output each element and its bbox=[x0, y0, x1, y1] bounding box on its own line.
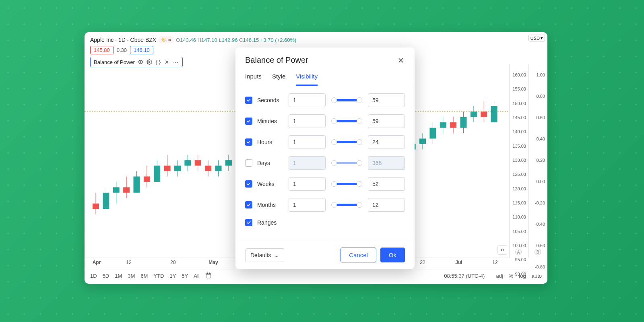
indicator-tick: 0.80 bbox=[537, 94, 545, 99]
row-label: Seconds bbox=[257, 97, 284, 103]
svg-rect-30 bbox=[225, 160, 232, 165]
svg-rect-18 bbox=[164, 166, 171, 171]
checkbox-seconds[interactable] bbox=[245, 97, 252, 104]
price-tick: 110.00 bbox=[512, 215, 526, 219]
time-tick: Jul bbox=[455, 260, 462, 265]
cancel-button[interactable]: Cancel bbox=[341, 248, 376, 262]
defaults-dropdown[interactable]: Defaults ⌄ bbox=[245, 248, 284, 262]
tab-inputs[interactable]: Inputs bbox=[245, 69, 262, 86]
svg-rect-8 bbox=[113, 187, 120, 192]
range-5d[interactable]: 5D bbox=[103, 273, 109, 279]
tab-visibility[interactable]: Visibility bbox=[296, 69, 318, 86]
checkbox-ranges[interactable] bbox=[245, 219, 252, 226]
indicator-axis[interactable]: 1.000.800.600.400.200.00-0.20-0.40-0.60-… bbox=[528, 64, 547, 258]
currency-select[interactable]: USD▾ bbox=[528, 35, 545, 41]
range-1m[interactable]: 1M bbox=[115, 273, 122, 279]
visibility-row-minutes: Minutes bbox=[245, 114, 405, 128]
range-ytd[interactable]: YTD bbox=[153, 273, 164, 279]
gear-icon[interactable] bbox=[146, 59, 153, 65]
to-input-seconds[interactable] bbox=[368, 93, 405, 107]
price-tick: 135.00 bbox=[512, 144, 526, 149]
range-6m[interactable]: 6M bbox=[140, 273, 148, 279]
time-tick: 12 bbox=[492, 260, 497, 265]
price-tick: 130.00 bbox=[512, 158, 526, 163]
svg-rect-20 bbox=[174, 166, 181, 171]
range-slider-days bbox=[333, 162, 361, 164]
checkbox-hours[interactable] bbox=[245, 138, 252, 146]
code-icon[interactable]: { } bbox=[155, 59, 161, 65]
clock-display[interactable]: 08:55:37 (UTC-4) bbox=[444, 273, 485, 279]
svg-rect-24 bbox=[195, 160, 201, 165]
indicator-tick: -0.60 bbox=[535, 243, 545, 248]
row-label: Hours bbox=[257, 139, 284, 145]
range-1y[interactable]: 1Y bbox=[169, 273, 176, 279]
dialog-close-button[interactable] bbox=[397, 56, 405, 64]
tab-style[interactable]: Style bbox=[272, 69, 285, 86]
price-tick: 140.00 bbox=[512, 129, 526, 134]
visibility-row-ranges: Ranges bbox=[245, 219, 405, 226]
chevron-down-icon: ▾ bbox=[541, 35, 543, 41]
from-input-weeks[interactable] bbox=[289, 177, 326, 191]
svg-rect-72 bbox=[440, 122, 446, 128]
range-slider-weeks[interactable] bbox=[333, 183, 361, 185]
svg-rect-83 bbox=[206, 273, 211, 278]
opt-log[interactable]: log bbox=[519, 273, 526, 279]
close-icon[interactable]: ✕ bbox=[164, 59, 170, 65]
indicator-tick: -0.40 bbox=[535, 222, 545, 227]
svg-rect-22 bbox=[184, 160, 191, 165]
price-axis[interactable]: 160.00155.00150.00145.00140.00135.00130.… bbox=[509, 64, 528, 258]
dialog-tabs: InputsStyleVisibility bbox=[235, 69, 415, 86]
collapse-button[interactable] bbox=[497, 245, 507, 255]
from-input-months[interactable] bbox=[289, 198, 326, 212]
indicator-name: Balance of Power bbox=[94, 59, 135, 65]
price-tick: 95.00 bbox=[515, 257, 526, 262]
range-3m[interactable]: 3M bbox=[128, 273, 135, 279]
range-slider-seconds[interactable] bbox=[333, 99, 361, 101]
price-tick: 100.00 bbox=[512, 243, 526, 248]
range-slider-hours[interactable] bbox=[333, 141, 361, 143]
to-input-minutes[interactable] bbox=[368, 114, 405, 128]
from-input-hours[interactable] bbox=[289, 135, 326, 149]
time-tick: 12 bbox=[126, 260, 131, 265]
range-1d[interactable]: 1D bbox=[90, 273, 97, 279]
more-icon[interactable]: ⋯ bbox=[173, 59, 179, 65]
ok-button[interactable]: Ok bbox=[380, 248, 405, 262]
price-tick: 120.00 bbox=[512, 186, 526, 191]
price-tick: 115.00 bbox=[512, 200, 526, 205]
to-input-months[interactable] bbox=[368, 198, 405, 212]
range-5y[interactable]: 5Y bbox=[182, 273, 188, 279]
eye-icon[interactable] bbox=[137, 59, 144, 65]
svg-rect-70 bbox=[429, 128, 436, 139]
ohlc-display: O143.46 H147.10 L142.96 C146.15 +3.70 (+… bbox=[176, 37, 296, 43]
dialog-body: SecondsMinutesHoursDaysWeeksMonthsRanges bbox=[235, 86, 415, 241]
svg-rect-68 bbox=[419, 138, 426, 144]
opt-auto[interactable]: auto bbox=[532, 273, 542, 279]
checkbox-minutes[interactable] bbox=[245, 118, 252, 125]
range-buttons: 1D5D1M3M6MYTD1Y5YAll bbox=[90, 272, 212, 280]
range-slider-minutes[interactable] bbox=[333, 120, 361, 122]
checkbox-months[interactable] bbox=[245, 201, 252, 208]
indicator-chip[interactable]: Balance of Power { } ✕ ⋯ bbox=[90, 57, 183, 67]
opt-adj[interactable]: adj bbox=[496, 273, 503, 279]
axis-badge-a[interactable]: A bbox=[515, 249, 522, 255]
range-all[interactable]: All bbox=[194, 273, 199, 279]
range-slider-months[interactable] bbox=[333, 204, 361, 206]
to-input-hours[interactable] bbox=[368, 135, 405, 149]
from-input-minutes[interactable] bbox=[289, 114, 326, 128]
visibility-row-months: Months bbox=[245, 198, 405, 212]
axis-badge-b[interactable]: B bbox=[535, 249, 541, 255]
opt-%[interactable]: % bbox=[509, 273, 514, 279]
ask-price[interactable]: 146.10 bbox=[130, 46, 153, 54]
checkbox-days[interactable] bbox=[245, 159, 252, 167]
to-input-weeks[interactable] bbox=[368, 177, 405, 191]
row-label: Ranges bbox=[257, 219, 284, 226]
from-input-seconds[interactable] bbox=[289, 93, 326, 107]
calendar-icon[interactable] bbox=[205, 272, 212, 280]
svg-point-1 bbox=[149, 61, 150, 63]
dialog-title: Balance of Power bbox=[245, 56, 308, 65]
symbol-title[interactable]: Apple Inc · 1D · Cboe BZX bbox=[90, 37, 156, 43]
checkbox-weeks[interactable] bbox=[245, 180, 252, 188]
time-tick: May bbox=[208, 260, 218, 265]
time-tick: 20 bbox=[170, 260, 175, 265]
bid-price[interactable]: 145.80 bbox=[90, 46, 114, 54]
